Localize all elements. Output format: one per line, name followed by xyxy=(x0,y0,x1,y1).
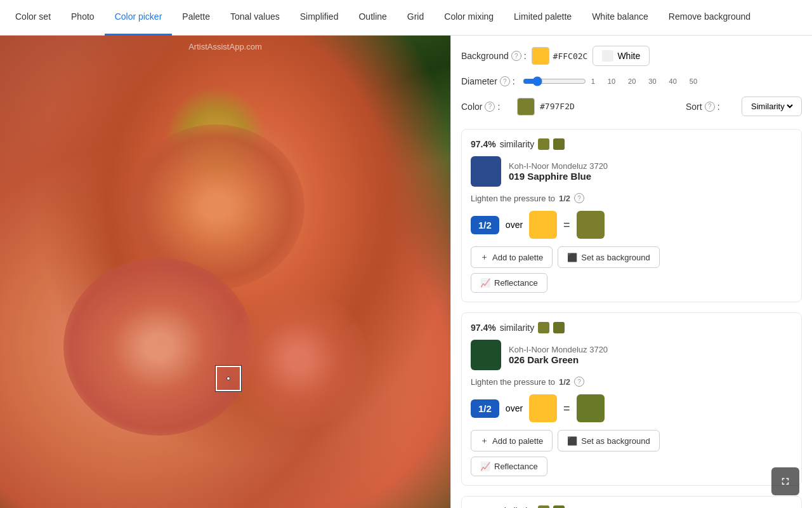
paint-brand-1: Koh-I-Noor Mondeluz 3720 xyxy=(509,161,608,171)
reflectance-btn-2[interactable]: 📈 Reflectance xyxy=(471,457,547,476)
paint-color-1: 019 Sapphire Blue xyxy=(509,171,608,182)
color-row: Color ? : #797F2D Sort ? : Similarity Na… xyxy=(461,97,802,116)
lighten-fraction-1: 1/2 xyxy=(559,194,570,203)
similarity-label-2: similarity xyxy=(500,323,534,333)
bg-icon-1: ⬛ xyxy=(567,253,577,262)
color-swatch[interactable] xyxy=(517,98,535,116)
tick-10: 10 xyxy=(608,77,615,85)
white-label: White xyxy=(617,51,640,61)
fullscreen-icon xyxy=(780,476,791,487)
result-card-3: 97.3% similarity xyxy=(461,496,802,508)
diameter-row: Diameter ? : 1 10 20 30 40 50 xyxy=(461,76,802,86)
result-card-2: 97.4% similarity Koh-I-Noor Mondeluz 372… xyxy=(461,312,802,486)
bg-label-2: Set as background xyxy=(581,436,650,446)
similarity-row-1: 97.4% similarity xyxy=(471,138,792,150)
add-to-palette-btn-1[interactable]: ＋ Add to palette xyxy=(471,246,553,268)
nav-item-color-mixing[interactable]: Color mixing xyxy=(434,0,504,36)
background-color-swatch[interactable] xyxy=(532,47,549,65)
nav-item-tonal-values[interactable]: Tonal values xyxy=(220,0,290,36)
paint-swatch-2 xyxy=(471,340,501,370)
background-row: Background ? : #FFC02C White xyxy=(461,46,802,66)
sort-help-icon[interactable]: ? xyxy=(705,102,715,112)
mix-result-2 xyxy=(577,394,605,422)
reflectance-label-1: Reflectance xyxy=(494,278,538,288)
color-label: Color ? : xyxy=(461,102,512,112)
lighten-help-2[interactable]: ? xyxy=(574,377,584,387)
nav-item-color-set[interactable]: Color set xyxy=(5,0,61,36)
tick-50: 50 xyxy=(690,77,697,85)
nav-item-palette[interactable]: Palette xyxy=(172,0,220,36)
nav-item-outline[interactable]: Outline xyxy=(348,0,396,36)
white-button[interactable]: White xyxy=(593,46,650,66)
sort-select[interactable]: Similarity Name Hue xyxy=(742,97,802,116)
similarity-dot-2b xyxy=(553,322,565,333)
mix-over-2: over xyxy=(506,403,523,413)
similarity-pct-2: 97.4% xyxy=(471,323,496,333)
mix-fraction-2: 1/2 xyxy=(471,399,499,418)
diameter-label: Diameter ? : xyxy=(461,76,515,86)
color-label-text: Color xyxy=(461,102,482,112)
sort-dropdown[interactable]: Similarity Name Hue xyxy=(749,101,795,112)
color-help-icon[interactable]: ? xyxy=(485,102,495,112)
lighten-fraction-2: 1/2 xyxy=(559,377,570,387)
chart-icon-2: 📈 xyxy=(480,462,490,471)
diameter-label-text: Diameter xyxy=(461,76,497,86)
nav-item-limited-palette[interactable]: Limited palette xyxy=(504,0,582,36)
mix-equals-1: = xyxy=(563,218,570,232)
mix-base-2 xyxy=(529,394,557,422)
result-card-1: 97.4% similarity Koh-I-Noor Mondeluz 372… xyxy=(461,129,802,302)
add-label-1: Add to palette xyxy=(492,253,543,262)
mix-over-1: over xyxy=(506,220,523,230)
paint-info-row-2: Koh-I-Noor Mondeluz 3720 026 Dark Green xyxy=(471,340,792,370)
tick-20: 20 xyxy=(628,77,636,85)
similarity-dot-3a xyxy=(538,505,549,508)
background-label: Background ? : xyxy=(461,51,527,61)
diameter-slider[interactable] xyxy=(523,76,586,86)
background-help-icon[interactable]: ? xyxy=(511,51,521,61)
reflectance-btn-1[interactable]: 📈 Reflectance xyxy=(471,273,547,293)
mix-base-1 xyxy=(529,211,557,239)
right-panel: Background ? : #FFC02C White Diameter ? … xyxy=(450,36,812,508)
nav-item-remove-background[interactable]: Remove background xyxy=(658,0,761,36)
navbar: Color setPhotoColor pickerPaletteTonal v… xyxy=(0,0,812,36)
nav-item-simplified[interactable]: Simplified xyxy=(290,0,349,36)
paint-details-1: Koh-I-Noor Mondeluz 3720 019 Sapphire Bl… xyxy=(509,161,608,182)
paint-color-2: 026 Dark Green xyxy=(509,354,608,365)
tick-1: 1 xyxy=(591,77,595,85)
add-to-palette-btn-2[interactable]: ＋ Add to palette xyxy=(471,430,553,451)
background-label-text: Background xyxy=(461,51,509,61)
lighten-help-1[interactable]: ? xyxy=(574,193,584,203)
paint-details-2: Koh-I-Noor Mondeluz 3720 026 Dark Green xyxy=(509,345,608,365)
nav-item-color-picker[interactable]: Color picker xyxy=(105,0,173,36)
lighten-row-1: Lighten the pressure to 1/2 ? xyxy=(471,193,792,203)
slider-container: 1 10 20 30 40 50 xyxy=(523,76,802,86)
tick-30: 30 xyxy=(648,77,656,85)
mix-result-1 xyxy=(577,211,605,239)
nav-item-photo[interactable]: Photo xyxy=(61,0,105,36)
nav-item-white-balance[interactable]: White balance xyxy=(582,0,658,36)
reflectance-label-2: Reflectance xyxy=(494,462,538,471)
similarity-row-2: 97.4% similarity xyxy=(471,322,792,333)
similarity-dot-1a xyxy=(538,138,549,150)
action-row-1: ＋ Add to palette ⬛ Set as background xyxy=(471,246,792,268)
slider-ticks: 1 10 20 30 40 50 xyxy=(591,77,697,85)
image-panel[interactable]: ArtistAssistApp.com xyxy=(0,36,450,508)
paint-brand-2: Koh-I-Noor Mondeluz 3720 xyxy=(509,345,608,354)
similarity-dot-1b xyxy=(553,138,565,150)
similarity-dot-2a xyxy=(538,322,549,333)
main-content: ArtistAssistApp.com Background ? : #FFC0… xyxy=(0,36,812,508)
watermark: ArtistAssistApp.com xyxy=(188,42,262,51)
white-icon xyxy=(602,50,613,62)
mix-fraction-1: 1/2 xyxy=(471,216,499,234)
chart-icon-1: 📈 xyxy=(480,278,490,288)
nav-item-grid[interactable]: Grid xyxy=(397,0,434,36)
set-as-background-btn-1[interactable]: ⬛ Set as background xyxy=(558,246,659,268)
mix-equals-2: = xyxy=(563,402,570,415)
lighten-row-2: Lighten the pressure to 1/2 ? xyxy=(471,377,792,387)
set-as-background-btn-2[interactable]: ⬛ Set as background xyxy=(558,430,659,451)
fullscreen-button[interactable] xyxy=(771,467,799,495)
mix-row-2: 1/2 over = xyxy=(471,394,792,422)
diameter-colon: : xyxy=(513,76,515,86)
diameter-help-icon[interactable]: ? xyxy=(500,76,510,86)
action-row-2: ＋ Add to palette ⬛ Set as background xyxy=(471,430,792,451)
